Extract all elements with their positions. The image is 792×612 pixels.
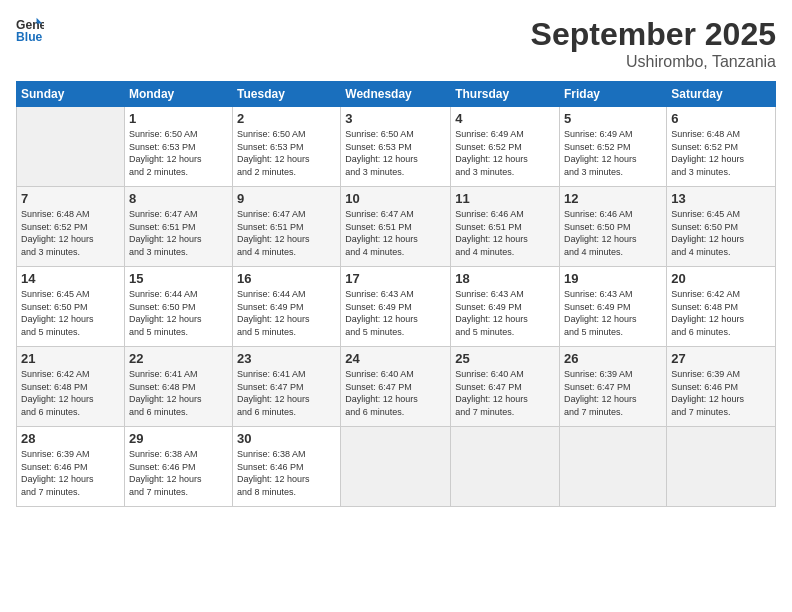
header-monday: Monday [124,82,232,107]
calendar-cell [667,427,776,507]
day-number: 24 [345,351,446,366]
calendar-cell: 25Sunrise: 6:40 AM Sunset: 6:47 PM Dayli… [451,347,560,427]
day-number: 21 [21,351,120,366]
calendar-cell: 29Sunrise: 6:38 AM Sunset: 6:46 PM Dayli… [124,427,232,507]
calendar-cell: 5Sunrise: 6:49 AM Sunset: 6:52 PM Daylig… [560,107,667,187]
day-number: 11 [455,191,555,206]
calendar-cell: 20Sunrise: 6:42 AM Sunset: 6:48 PM Dayli… [667,267,776,347]
day-number: 13 [671,191,771,206]
calendar-cell [341,427,451,507]
day-info: Sunrise: 6:46 AM Sunset: 6:50 PM Dayligh… [564,208,662,258]
day-number: 17 [345,271,446,286]
calendar-cell: 24Sunrise: 6:40 AM Sunset: 6:47 PM Dayli… [341,347,451,427]
header-tuesday: Tuesday [233,82,341,107]
calendar-cell [17,107,125,187]
calendar-cell: 2Sunrise: 6:50 AM Sunset: 6:53 PM Daylig… [233,107,341,187]
day-info: Sunrise: 6:39 AM Sunset: 6:46 PM Dayligh… [671,368,771,418]
calendar-week-3: 14Sunrise: 6:45 AM Sunset: 6:50 PM Dayli… [17,267,776,347]
day-info: Sunrise: 6:50 AM Sunset: 6:53 PM Dayligh… [129,128,228,178]
day-number: 14 [21,271,120,286]
day-info: Sunrise: 6:50 AM Sunset: 6:53 PM Dayligh… [345,128,446,178]
header-wednesday: Wednesday [341,82,451,107]
day-info: Sunrise: 6:41 AM Sunset: 6:48 PM Dayligh… [129,368,228,418]
day-number: 15 [129,271,228,286]
calendar-cell: 28Sunrise: 6:39 AM Sunset: 6:46 PM Dayli… [17,427,125,507]
calendar-cell: 1Sunrise: 6:50 AM Sunset: 6:53 PM Daylig… [124,107,232,187]
day-info: Sunrise: 6:44 AM Sunset: 6:49 PM Dayligh… [237,288,336,338]
day-number: 30 [237,431,336,446]
calendar-week-5: 28Sunrise: 6:39 AM Sunset: 6:46 PM Dayli… [17,427,776,507]
day-number: 2 [237,111,336,126]
calendar-cell: 11Sunrise: 6:46 AM Sunset: 6:51 PM Dayli… [451,187,560,267]
day-number: 19 [564,271,662,286]
logo: General Blue [16,16,44,44]
calendar-cell: 12Sunrise: 6:46 AM Sunset: 6:50 PM Dayli… [560,187,667,267]
day-number: 27 [671,351,771,366]
calendar-cell: 10Sunrise: 6:47 AM Sunset: 6:51 PM Dayli… [341,187,451,267]
day-number: 16 [237,271,336,286]
header-sunday: Sunday [17,82,125,107]
day-number: 18 [455,271,555,286]
calendar-cell: 7Sunrise: 6:48 AM Sunset: 6:52 PM Daylig… [17,187,125,267]
day-info: Sunrise: 6:47 AM Sunset: 6:51 PM Dayligh… [237,208,336,258]
day-number: 12 [564,191,662,206]
calendar-week-1: 1Sunrise: 6:50 AM Sunset: 6:53 PM Daylig… [17,107,776,187]
day-info: Sunrise: 6:46 AM Sunset: 6:51 PM Dayligh… [455,208,555,258]
day-info: Sunrise: 6:38 AM Sunset: 6:46 PM Dayligh… [129,448,228,498]
calendar-page: General Blue September 2025 Ushirombo, T… [0,0,792,612]
day-info: Sunrise: 6:45 AM Sunset: 6:50 PM Dayligh… [671,208,771,258]
day-info: Sunrise: 6:44 AM Sunset: 6:50 PM Dayligh… [129,288,228,338]
calendar-cell: 26Sunrise: 6:39 AM Sunset: 6:47 PM Dayli… [560,347,667,427]
calendar-cell: 17Sunrise: 6:43 AM Sunset: 6:49 PM Dayli… [341,267,451,347]
day-number: 4 [455,111,555,126]
day-info: Sunrise: 6:49 AM Sunset: 6:52 PM Dayligh… [564,128,662,178]
calendar-cell: 9Sunrise: 6:47 AM Sunset: 6:51 PM Daylig… [233,187,341,267]
calendar-cell: 14Sunrise: 6:45 AM Sunset: 6:50 PM Dayli… [17,267,125,347]
calendar-cell: 13Sunrise: 6:45 AM Sunset: 6:50 PM Dayli… [667,187,776,267]
title-block: September 2025 Ushirombo, Tanzania [531,16,776,71]
logo-icon: General Blue [16,16,44,44]
calendar-cell: 27Sunrise: 6:39 AM Sunset: 6:46 PM Dayli… [667,347,776,427]
day-number: 20 [671,271,771,286]
day-number: 6 [671,111,771,126]
day-number: 10 [345,191,446,206]
day-number: 8 [129,191,228,206]
day-info: Sunrise: 6:42 AM Sunset: 6:48 PM Dayligh… [21,368,120,418]
calendar-cell: 21Sunrise: 6:42 AM Sunset: 6:48 PM Dayli… [17,347,125,427]
day-number: 3 [345,111,446,126]
calendar-week-4: 21Sunrise: 6:42 AM Sunset: 6:48 PM Dayli… [17,347,776,427]
calendar-cell [560,427,667,507]
calendar-cell: 18Sunrise: 6:43 AM Sunset: 6:49 PM Dayli… [451,267,560,347]
day-info: Sunrise: 6:40 AM Sunset: 6:47 PM Dayligh… [455,368,555,418]
calendar-cell: 22Sunrise: 6:41 AM Sunset: 6:48 PM Dayli… [124,347,232,427]
header-saturday: Saturday [667,82,776,107]
day-number: 5 [564,111,662,126]
day-info: Sunrise: 6:47 AM Sunset: 6:51 PM Dayligh… [345,208,446,258]
calendar-cell [451,427,560,507]
day-info: Sunrise: 6:48 AM Sunset: 6:52 PM Dayligh… [671,128,771,178]
day-info: Sunrise: 6:50 AM Sunset: 6:53 PM Dayligh… [237,128,336,178]
calendar-cell: 23Sunrise: 6:41 AM Sunset: 6:47 PM Dayli… [233,347,341,427]
day-number: 1 [129,111,228,126]
day-info: Sunrise: 6:48 AM Sunset: 6:52 PM Dayligh… [21,208,120,258]
day-info: Sunrise: 6:43 AM Sunset: 6:49 PM Dayligh… [455,288,555,338]
svg-text:Blue: Blue [16,30,43,44]
day-number: 25 [455,351,555,366]
day-number: 26 [564,351,662,366]
day-info: Sunrise: 6:43 AM Sunset: 6:49 PM Dayligh… [345,288,446,338]
header-thursday: Thursday [451,82,560,107]
day-info: Sunrise: 6:49 AM Sunset: 6:52 PM Dayligh… [455,128,555,178]
location-subtitle: Ushirombo, Tanzania [531,53,776,71]
day-info: Sunrise: 6:41 AM Sunset: 6:47 PM Dayligh… [237,368,336,418]
header-row: Sunday Monday Tuesday Wednesday Thursday… [17,82,776,107]
day-number: 23 [237,351,336,366]
day-number: 7 [21,191,120,206]
day-number: 22 [129,351,228,366]
month-title: September 2025 [531,16,776,53]
header-friday: Friday [560,82,667,107]
day-info: Sunrise: 6:39 AM Sunset: 6:47 PM Dayligh… [564,368,662,418]
calendar-cell: 4Sunrise: 6:49 AM Sunset: 6:52 PM Daylig… [451,107,560,187]
day-info: Sunrise: 6:43 AM Sunset: 6:49 PM Dayligh… [564,288,662,338]
calendar-cell: 8Sunrise: 6:47 AM Sunset: 6:51 PM Daylig… [124,187,232,267]
day-info: Sunrise: 6:45 AM Sunset: 6:50 PM Dayligh… [21,288,120,338]
